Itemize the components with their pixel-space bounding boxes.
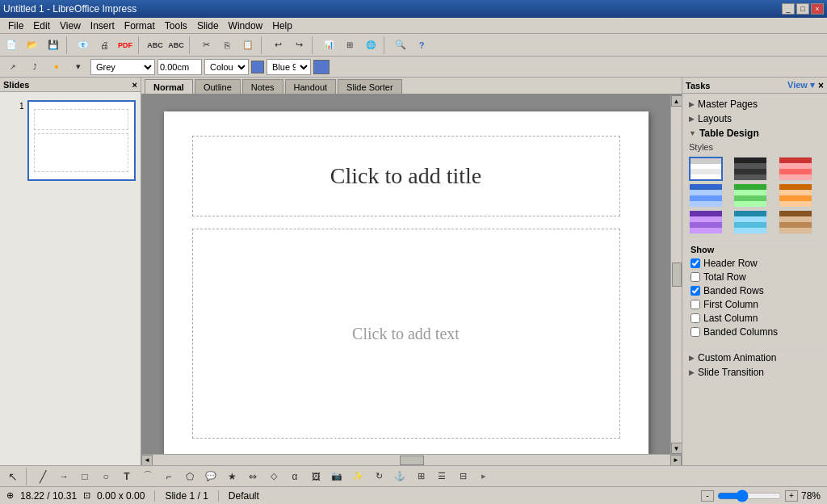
style-btn[interactable]: • bbox=[47, 58, 66, 76]
email-button[interactable]: 📧 bbox=[73, 36, 93, 54]
scroll-left-btn[interactable]: ◄ bbox=[141, 455, 153, 466]
callout-tool[interactable]: 💬 bbox=[201, 468, 220, 485]
view-button[interactable]: View ▾ bbox=[787, 80, 815, 90]
content-box[interactable]: Click to add text bbox=[192, 229, 620, 439]
fontwork-button[interactable]: 🌐 bbox=[361, 36, 380, 54]
star-tool[interactable]: ★ bbox=[222, 468, 241, 485]
grid-tool[interactable]: ⊟ bbox=[453, 468, 472, 485]
banded-columns-checkbox[interactable] bbox=[691, 327, 700, 337]
menu-tools[interactable]: Tools bbox=[160, 19, 192, 33]
slides-close-btn[interactable]: × bbox=[132, 80, 137, 90]
style-combo-arrow[interactable]: ▾ bbox=[69, 58, 88, 76]
arrow-tool[interactable]: → bbox=[54, 468, 73, 485]
rotate-tool[interactable]: ↻ bbox=[369, 468, 388, 485]
paste-button[interactable]: 📋 bbox=[238, 36, 258, 54]
menu-window[interactable]: Window bbox=[224, 19, 268, 33]
menu-insert[interactable]: Insert bbox=[86, 19, 120, 33]
polygon-tool[interactable]: ⬠ bbox=[180, 468, 199, 485]
style-cell-7[interactable] bbox=[689, 210, 723, 234]
flowchart-tool[interactable]: ◇ bbox=[264, 468, 283, 485]
style-cell-8[interactable] bbox=[733, 210, 767, 234]
copy-button[interactable]: ⎘ bbox=[217, 36, 237, 54]
help-button[interactable]: ? bbox=[412, 36, 431, 54]
style-cell-1[interactable] bbox=[689, 157, 723, 181]
style-cell-6[interactable] bbox=[779, 183, 812, 208]
text-tool[interactable]: T bbox=[117, 468, 136, 485]
find-button[interactable]: 🔍 bbox=[391, 36, 410, 54]
zoom-out-btn[interactable]: - bbox=[701, 490, 714, 502]
slide-thumbnail-1[interactable] bbox=[27, 100, 136, 181]
header-row-checkbox[interactable] bbox=[691, 258, 700, 268]
horizontal-scrollbar[interactable]: ◄ ► bbox=[141, 454, 682, 465]
zoom-in-btn[interactable]: + bbox=[785, 490, 798, 502]
minimize-button[interactable]: _ bbox=[782, 3, 795, 15]
open-button[interactable]: 📂 bbox=[23, 36, 42, 54]
ellipse-tool[interactable]: ○ bbox=[96, 468, 115, 485]
undo-button[interactable]: ↩ bbox=[268, 36, 288, 54]
table-design-item[interactable]: ▼ Table Design bbox=[686, 126, 824, 141]
table-button[interactable]: ⊞ bbox=[340, 36, 359, 54]
menu-format[interactable]: Format bbox=[120, 19, 160, 33]
tab-outline[interactable]: Outline bbox=[195, 79, 241, 94]
new-button[interactable]: 📄 bbox=[2, 36, 21, 54]
close-button[interactable]: × bbox=[811, 3, 824, 15]
slide-transition-item[interactable]: ▶ Slide Transition bbox=[686, 365, 824, 380]
photo-tool[interactable]: 📷 bbox=[327, 468, 346, 485]
menu-slide[interactable]: Slide bbox=[192, 19, 224, 33]
style-cell-4[interactable] bbox=[689, 183, 723, 208]
scroll-right-btn[interactable]: ► bbox=[670, 455, 682, 466]
scroll-up-btn[interactable]: ▲ bbox=[671, 95, 682, 107]
line-style-select[interactable]: Grey bbox=[90, 59, 155, 75]
anchor-tool[interactable]: ⚓ bbox=[390, 468, 409, 485]
zoom-slider[interactable] bbox=[717, 489, 782, 502]
vertical-scrollbar[interactable]: ▲ ▼ bbox=[670, 95, 682, 454]
autocorrect-button[interactable]: ABC bbox=[166, 36, 186, 54]
line-tool[interactable]: ╱ bbox=[33, 468, 52, 485]
curve-tool[interactable]: ⌒ bbox=[138, 468, 157, 485]
symbol-tool[interactable]: α bbox=[285, 468, 304, 485]
tab-handout[interactable]: Handout bbox=[285, 79, 337, 94]
effects-tool[interactable]: ✨ bbox=[348, 468, 367, 485]
select-tool[interactable]: ↖ bbox=[3, 468, 23, 485]
h-scroll-thumb[interactable] bbox=[400, 456, 424, 465]
spellcheck-button[interactable]: ABC bbox=[145, 36, 165, 54]
arrows-block-tool[interactable]: ⇔ bbox=[243, 468, 262, 485]
panel-close-btn[interactable]: × bbox=[818, 80, 824, 91]
redo-button[interactable]: ↪ bbox=[289, 36, 309, 54]
style-cell-9[interactable] bbox=[779, 210, 812, 234]
save-button[interactable]: 💾 bbox=[44, 36, 63, 54]
layouts-item[interactable]: ▶ Layouts bbox=[686, 111, 824, 126]
colour-picker[interactable] bbox=[251, 61, 264, 74]
colour-value-select[interactable]: Blue 9 bbox=[267, 59, 311, 75]
style-cell-5[interactable] bbox=[733, 183, 767, 208]
tab-order-tool[interactable]: ⊞ bbox=[411, 468, 430, 485]
last-column-checkbox[interactable] bbox=[691, 313, 700, 323]
master-pages-item[interactable]: ▶ Master Pages bbox=[686, 97, 824, 111]
form-tool[interactable]: ☰ bbox=[432, 468, 451, 485]
tab-notes[interactable]: Notes bbox=[242, 79, 283, 94]
custom-animation-item[interactable]: ▶ Custom Animation bbox=[686, 351, 824, 365]
colour-label-select[interactable]: Colour bbox=[204, 59, 249, 75]
scroll-down-btn[interactable]: ▼ bbox=[671, 443, 682, 454]
menu-help[interactable]: Help bbox=[267, 19, 297, 33]
title-box[interactable]: Click to add title bbox=[192, 136, 620, 216]
pdf-button[interactable]: PDF bbox=[115, 36, 135, 54]
total-row-checkbox[interactable] bbox=[691, 272, 700, 282]
print-button[interactable]: 🖨 bbox=[94, 36, 114, 54]
style-arrow2[interactable]: ⤴ bbox=[25, 58, 44, 76]
style-cell-3[interactable] bbox=[779, 157, 812, 181]
menu-file[interactable]: File bbox=[3, 19, 28, 33]
banded-rows-checkbox[interactable] bbox=[691, 286, 700, 296]
line-width-input[interactable] bbox=[157, 59, 202, 75]
first-column-checkbox[interactable] bbox=[691, 300, 700, 309]
image-tool[interactable]: 🖼 bbox=[306, 468, 325, 485]
more-draw-btn[interactable]: ▸ bbox=[474, 468, 493, 485]
cut-button[interactable]: ✂ bbox=[196, 36, 216, 54]
tab-slide-sorter[interactable]: Slide Sorter bbox=[338, 79, 401, 94]
menu-view[interactable]: View bbox=[55, 19, 86, 33]
chart-button[interactable]: 📊 bbox=[319, 36, 338, 54]
style-arrow[interactable]: ↗ bbox=[3, 58, 23, 76]
tab-normal[interactable]: Normal bbox=[145, 79, 193, 94]
display-btn[interactable] bbox=[313, 60, 330, 74]
connector-tool[interactable]: ⌐ bbox=[159, 468, 178, 485]
